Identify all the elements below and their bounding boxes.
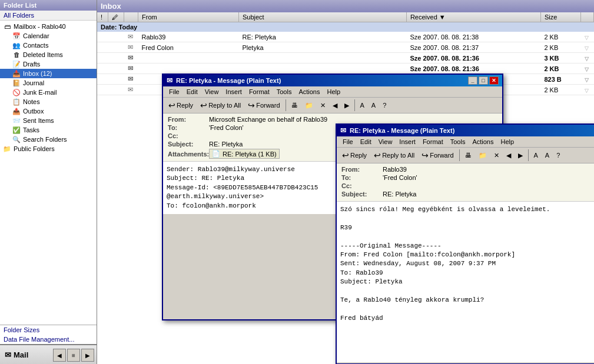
col-flag-header[interactable]: ! xyxy=(97,12,108,22)
window-1-reply-btn[interactable]: ↩ Reply xyxy=(165,99,196,112)
nav-icon-1[interactable]: ◀ xyxy=(53,349,66,362)
window-1-minimize[interactable]: _ xyxy=(468,76,477,85)
help-btn-1[interactable]: ? xyxy=(380,100,389,111)
email-row-1[interactable]: ✉ Fred Colon Pletyka Sze 2007. 08. 08. 2… xyxy=(97,42,594,53)
size-cell-4: 823 B xyxy=(540,74,580,85)
mail-nav-label: Mail xyxy=(14,350,28,359)
folder-label-contacts: Contacts xyxy=(23,42,48,49)
menu-2-actions[interactable]: Actions xyxy=(469,137,497,146)
window-1-close[interactable]: ✕ xyxy=(489,76,499,85)
prev-btn-2[interactable]: ◀ xyxy=(503,150,514,161)
next-btn-2[interactable]: ▶ xyxy=(515,150,526,161)
menu-2-view[interactable]: View xyxy=(375,137,396,146)
zoom2-btn-2[interactable]: A xyxy=(542,150,552,161)
window-2-forward-btn[interactable]: ↪ Forward xyxy=(419,149,456,162)
menu-2-tools[interactable]: Tools xyxy=(447,137,469,146)
delete-btn-2[interactable]: ✕ xyxy=(491,150,502,161)
window-2-reply-all-btn[interactable]: ↩ Reply to All xyxy=(371,149,417,162)
delete-btn-1[interactable]: ✕ xyxy=(317,100,328,111)
email-row-3[interactable]: ✉ Sze 2007. 08. 08. 21:36 2 KB ▽ xyxy=(97,64,594,74)
size-cell-1: 2 KB xyxy=(540,42,580,53)
prev-btn-1[interactable]: ◀ xyxy=(330,100,340,111)
col-size-header[interactable]: Size xyxy=(540,12,580,22)
col-attach-header[interactable]: 🖉 xyxy=(108,12,124,22)
col-from-header[interactable]: From xyxy=(138,12,239,22)
sidebar-item-contacts[interactable]: 👥Contacts xyxy=(0,41,97,50)
move-btn-1[interactable]: 📁 xyxy=(302,100,316,111)
window-1-forward-btn[interactable]: ↪ Forward xyxy=(245,99,283,112)
menu-1-tools[interactable]: Tools xyxy=(273,87,296,96)
menu-2-format[interactable]: Format xyxy=(419,137,447,146)
icon-cell-5: ✉ xyxy=(124,85,138,95)
sidebar: Folder List All Folders 🗃Mailbox - Rablo… xyxy=(0,0,97,364)
menu-2-file[interactable]: File xyxy=(339,137,357,146)
toolbar2-sep-2 xyxy=(528,149,529,161)
reply-label: Reply xyxy=(177,102,193,109)
sidebar-item-notes[interactable]: 📋Notes xyxy=(0,97,97,106)
sidebar-item-tasks[interactable]: ✅Tasks xyxy=(0,125,97,135)
menu-1-file[interactable]: File xyxy=(165,87,183,96)
sidebar-item-sent[interactable]: 📨Sent Items xyxy=(0,116,97,125)
sidebar-header: Folder List xyxy=(0,0,97,11)
nav-icon-3[interactable]: ▶ xyxy=(81,349,94,362)
mail-nav-icon: ✉ xyxy=(5,350,11,359)
sidebar-item-junk[interactable]: 🚫Junk E-mail xyxy=(0,88,97,97)
window-2-body-text: Szó sincs róla! Meg egyébként is olvassa… xyxy=(340,205,594,323)
zoom-btn-2[interactable]: A xyxy=(531,150,541,161)
move-btn-2[interactable]: 📁 xyxy=(476,150,490,161)
sidebar-all-folders[interactable]: All Folders xyxy=(0,11,97,21)
mail-nav-button[interactable]: ✉ Mail xyxy=(2,349,31,360)
menu-1-format[interactable]: Format xyxy=(245,87,273,96)
sidebar-item-public[interactable]: 📁Public Folders xyxy=(0,144,97,153)
print-btn-1[interactable]: 🖶 xyxy=(288,100,301,111)
sidebar-item-drafts[interactable]: 📝Drafts xyxy=(0,59,97,69)
cc-label-1: Cc: xyxy=(168,132,209,139)
sidebar-item-journal[interactable]: 📔Journal xyxy=(0,78,97,88)
to-row-2: To: 'Fred Colon' xyxy=(341,174,594,181)
col-icon-header[interactable] xyxy=(124,12,138,22)
sidebar-item-deleted[interactable]: 🗑Deleted Items xyxy=(0,50,97,59)
col-extra-header[interactable] xyxy=(581,12,594,22)
sidebar-item-search[interactable]: 🔍Search Folders xyxy=(0,135,97,144)
print-btn-2[interactable]: 🖶 xyxy=(462,150,474,161)
email-row-0[interactable]: ✉ Rablo39 RE: Pletyka Sze 2007. 08. 08. … xyxy=(97,32,594,42)
nav-icon-2[interactable]: ≡ xyxy=(67,349,80,362)
menu-1-view[interactable]: View xyxy=(201,87,223,96)
window-1-reply-all-btn[interactable]: ↩ Reply to All xyxy=(197,99,244,112)
menu-1-actions[interactable]: Actions xyxy=(295,87,323,96)
window-2-reply-btn[interactable]: ↩ Reply xyxy=(339,149,370,162)
menu-2-edit[interactable]: Edit xyxy=(357,137,375,146)
next-btn-1[interactable]: ▶ xyxy=(341,100,352,111)
menu-2-insert[interactable]: Insert xyxy=(396,137,419,146)
sidebar-item-mailbox[interactable]: 🗃Mailbox - Rablo40 xyxy=(0,22,97,31)
forward-icon: ↪ xyxy=(248,101,255,110)
window-1-menubar: File Edit View Insert Format Tools Actio… xyxy=(163,86,502,98)
window-1-maximize[interactable]: □ xyxy=(479,76,488,85)
window-1-titlebar: ✉ RE: Pletyka - Message (Plain Text) _ □… xyxy=(163,75,502,86)
zoom2-btn-1[interactable]: A xyxy=(369,100,379,111)
window-2-inner: File Edit View Insert Format Tools Actio… xyxy=(337,136,594,362)
flag-cell-5 xyxy=(97,85,108,95)
data-file-link[interactable]: Data File Management... xyxy=(0,335,97,344)
help-btn-2[interactable]: ? xyxy=(553,150,563,161)
menu-1-edit[interactable]: Edit xyxy=(183,87,201,96)
from-value-1: Microsoft Exchange on behalf of Rablo39 xyxy=(209,116,497,123)
subject-row-2: Subject: RE: Pletyka xyxy=(341,191,594,198)
window-2-header-fields: From: Rablo39 Sent: Sze 2007. 08. 08. 21… xyxy=(337,163,594,202)
col-subject-header[interactable]: Subject xyxy=(238,12,406,22)
zoom-btn-1[interactable]: A xyxy=(357,100,367,111)
sidebar-item-inbox[interactable]: 📥Inbox (12) xyxy=(0,69,97,78)
folder-sizes-link[interactable]: Folder Sizes xyxy=(0,325,97,335)
size-cell-3: 2 KB xyxy=(540,64,580,74)
public-icon: 📁 xyxy=(2,145,12,153)
sidebar-item-outbox[interactable]: 📤Outbox xyxy=(0,106,97,116)
menu-2-help[interactable]: Help xyxy=(497,137,517,146)
attach-cell-4 xyxy=(108,74,124,85)
col-received-header[interactable]: Received ▼ xyxy=(406,12,540,22)
email-row-2[interactable]: ✉ Sze 2007. 08. 08. 21:36 3 KB ▽ xyxy=(97,53,594,64)
attach-icon-1: 📄 xyxy=(212,150,220,158)
menu-1-insert[interactable]: Insert xyxy=(222,87,245,96)
menu-1-help[interactable]: Help xyxy=(323,87,344,96)
sidebar-item-calendar[interactable]: 📅Calendar xyxy=(0,31,97,41)
sent-icon: 📨 xyxy=(12,116,21,125)
